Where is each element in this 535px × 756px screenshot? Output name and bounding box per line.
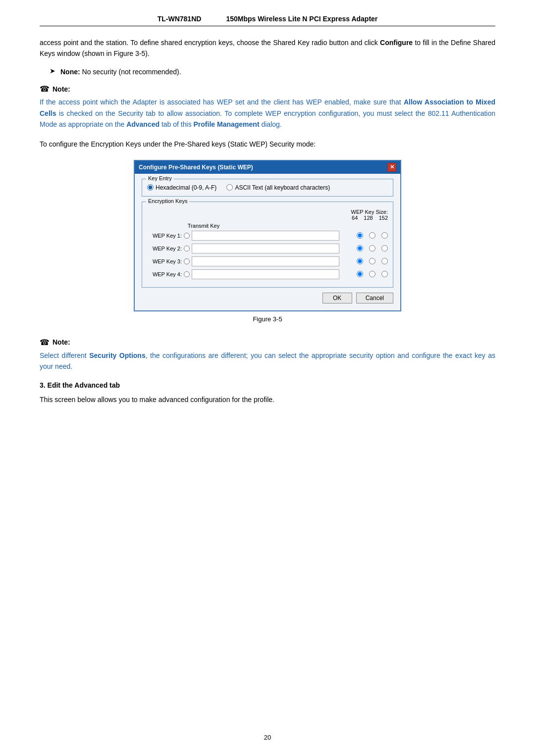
- ok-button[interactable]: OK: [322, 293, 352, 303]
- wep-key-2-label: WEP Key 2:: [147, 246, 182, 252]
- ascii-radio[interactable]: [226, 184, 233, 191]
- pre-dialog-text: To configure the Encryption Keys under t…: [40, 139, 495, 150]
- wep-key-2-152-label[interactable]: [381, 245, 388, 252]
- bullet-none: ➤ None: No security (not recommended).: [50, 66, 495, 77]
- wep-key-1-transmit-radio[interactable]: [184, 233, 190, 239]
- bullet-none-text: None: No security (not recommended).: [60, 66, 181, 77]
- col-header-64: 64: [352, 215, 358, 221]
- note-phone-icon: ☎: [40, 84, 50, 94]
- ascii-radio-text: ASCII Text (all keyboard characters): [235, 184, 330, 191]
- page-header: TL-WN781ND 150Mbps Wireless Lite N PCI E…: [40, 15, 495, 26]
- wep-key-1-size-radios: [343, 232, 388, 239]
- intro-paragraph: access point and the station. To define …: [40, 37, 495, 59]
- wep-key-3-input[interactable]: [192, 256, 339, 266]
- encryption-keys-group: Encryption Keys WEP Key Size: 64 128 152: [142, 202, 393, 288]
- wep-key-3-152-label[interactable]: [381, 258, 388, 264]
- page-number: 20: [40, 734, 495, 741]
- wep-key-1-152-radio[interactable]: [381, 232, 388, 239]
- figure-caption: Figure 3-5: [253, 315, 282, 323]
- wep-key-4-input[interactable]: [192, 269, 339, 279]
- wep-key-1-input[interactable]: [192, 231, 339, 241]
- note-section-2: ☎ Note: Select different Security Option…: [40, 338, 495, 372]
- wep-key-4-64-label[interactable]: [357, 271, 363, 277]
- wep-key-1-128-label[interactable]: [369, 232, 375, 239]
- dialog-container: Configure Pre-Shared Keys (Static WEP) ✕…: [40, 160, 495, 333]
- wep-key-2-152-radio[interactable]: [381, 245, 388, 252]
- wep-key-4-label: WEP Key 4:: [147, 271, 182, 277]
- wep-key-2-input[interactable]: [192, 244, 339, 253]
- section3-text: This screen below allows you to make adv…: [40, 394, 495, 405]
- col-header-128: 128: [364, 215, 373, 221]
- bullet-arrow-icon: ➤: [50, 67, 55, 75]
- note-section-1: ☎ Note: If the access point which the Ad…: [40, 84, 495, 130]
- model-name: TL-WN781ND: [158, 15, 202, 23]
- hex-radio[interactable]: [147, 184, 154, 191]
- ascii-radio-label[interactable]: ASCII Text (all keyboard characters): [226, 184, 330, 191]
- note-text-1: If the access point which the Adapter is…: [40, 97, 495, 130]
- wep-key-size-label: WEP Key Size:: [351, 209, 388, 215]
- wep-key-4-size-radios: [343, 271, 388, 277]
- wep-key-3-transmit-radio[interactable]: [184, 258, 190, 264]
- note-header-2: ☎ Note:: [40, 338, 495, 347]
- wep-key-row-3: WEP Key 3:: [147, 256, 388, 266]
- note-phone-icon-2: ☎: [40, 338, 50, 347]
- wep-key-2-64-label[interactable]: [357, 245, 363, 252]
- wep-key-1-64-radio[interactable]: [357, 232, 363, 239]
- configure-dialog[interactable]: Configure Pre-Shared Keys (Static WEP) ✕…: [134, 160, 401, 311]
- wep-key-2-size-radios: [343, 245, 388, 252]
- note-text-2: Select different Security Options, the c…: [40, 350, 495, 372]
- wep-key-row-2: WEP Key 2:: [147, 244, 388, 253]
- wep-key-4-64-radio[interactable]: [357, 271, 363, 277]
- dialog-body: Key Entry Hexadecimal (0-9, A-F) ASCII T…: [135, 174, 400, 310]
- dialog-titlebar: Configure Pre-Shared Keys (Static WEP) ✕: [135, 161, 400, 174]
- wep-key-4-152-label[interactable]: [381, 271, 388, 277]
- key-entry-row: Hexadecimal (0-9, A-F) ASCII Text (all k…: [147, 184, 388, 191]
- note-label-2: Note:: [53, 338, 70, 346]
- wep-key-4-152-radio[interactable]: [381, 271, 388, 277]
- wep-key-1-152-label[interactable]: [381, 232, 388, 239]
- col-header-152: 152: [379, 215, 388, 221]
- hex-radio-label[interactable]: Hexadecimal (0-9, A-F): [147, 184, 216, 191]
- dialog-close-button[interactable]: ✕: [387, 163, 396, 172]
- page-header-title: 150Mbps Wireless Lite N PCI Express Adap…: [226, 15, 377, 23]
- wep-key-row-1: WEP Key 1:: [147, 231, 388, 241]
- wep-key-4-128-label[interactable]: [369, 271, 375, 277]
- wep-key-3-64-label[interactable]: [357, 258, 363, 264]
- hex-radio-text: Hexadecimal (0-9, A-F): [156, 184, 216, 191]
- cancel-button[interactable]: Cancel: [356, 293, 393, 303]
- note-header-1: ☎ Note:: [40, 84, 495, 94]
- dialog-footer: OK Cancel: [142, 293, 393, 303]
- wep-key-3-size-radios: [343, 258, 388, 264]
- transmit-key-header: Transmit Key: [184, 223, 223, 229]
- dialog-title: Configure Pre-Shared Keys (Static WEP): [139, 164, 253, 171]
- wep-key-3-128-label[interactable]: [369, 258, 375, 264]
- wep-key-2-64-radio[interactable]: [357, 245, 363, 252]
- wep-key-2-128-radio[interactable]: [369, 245, 375, 252]
- wep-key-2-transmit-radio[interactable]: [184, 246, 190, 252]
- key-entry-label: Key Entry: [146, 175, 174, 181]
- wep-key-3-label: WEP Key 3:: [147, 258, 182, 264]
- wep-key-3-152-radio[interactable]: [381, 258, 388, 264]
- key-entry-group: Key Entry Hexadecimal (0-9, A-F) ASCII T…: [142, 179, 393, 197]
- note-label-1: Note:: [53, 85, 70, 93]
- wep-key-1-label: WEP Key 1:: [147, 233, 182, 239]
- wep-key-1-128-radio[interactable]: [369, 232, 375, 239]
- section3-heading: 3. Edit the Advanced tab: [40, 381, 495, 389]
- wep-key-3-128-radio[interactable]: [369, 258, 375, 264]
- wep-key-2-128-label[interactable]: [369, 245, 375, 252]
- wep-key-4-128-radio[interactable]: [369, 271, 375, 277]
- wep-key-4-transmit-radio[interactable]: [184, 271, 190, 277]
- wep-key-row-4: WEP Key 4:: [147, 269, 388, 279]
- enc-keys-label: Encryption Keys: [146, 198, 189, 204]
- wep-key-3-64-radio[interactable]: [357, 258, 363, 264]
- wep-key-1-64-label[interactable]: [357, 232, 363, 239]
